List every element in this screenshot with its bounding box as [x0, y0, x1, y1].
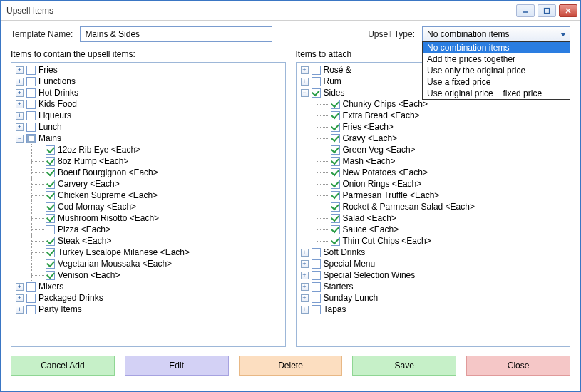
checkbox[interactable] [312, 248, 321, 257]
checkbox[interactable] [331, 202, 340, 212]
tree-child-node[interactable]: Mash <Each> [297, 155, 570, 167]
tree-node[interactable]: +Functions [11, 76, 285, 87]
checkbox[interactable] [46, 271, 55, 280]
expand-icon[interactable]: + [16, 283, 24, 291]
checkbox[interactable] [312, 305, 321, 314]
tree-node[interactable]: +Special Selection Wines [297, 269, 570, 281]
checkbox[interactable] [312, 271, 321, 280]
checkbox[interactable] [331, 191, 340, 200]
tree-child-node[interactable]: Chicken Supreme <Each> [11, 190, 285, 201]
tree-node[interactable]: +Liqueurs [11, 110, 285, 121]
checkbox[interactable] [331, 100, 340, 109]
upsell-type-option[interactable]: Use a fixed price [423, 76, 570, 88]
tree-child-node[interactable]: 8oz Rump <Each> [11, 155, 285, 167]
tree-child-node[interactable]: Extra Bread <Each> [297, 110, 570, 121]
checkbox[interactable] [331, 123, 340, 132]
expand-icon[interactable]: + [16, 78, 24, 86]
checkbox[interactable] [46, 248, 55, 257]
delete-button[interactable]: Delete [239, 356, 343, 376]
checkbox[interactable] [46, 191, 55, 200]
upsell-type-select[interactable]: No combination items [422, 26, 570, 42]
upsell-type-option[interactable]: No combination items [423, 42, 570, 53]
checkbox[interactable] [26, 88, 36, 98]
checkbox[interactable] [331, 237, 340, 246]
tree-child-node[interactable]: Turkey Escalope Milanese <Each> [11, 247, 285, 258]
tree-child-node[interactable]: Parmesan Truffle <Each> [297, 190, 570, 201]
tree-node[interactable]: +Party Items [11, 304, 285, 315]
tree-child-node[interactable]: Green Veg <Each> [297, 144, 570, 155]
checkbox[interactable] [331, 168, 340, 177]
tree-node[interactable]: +Starters [297, 281, 570, 292]
tree-node[interactable]: +Mixers [11, 281, 285, 292]
checkbox[interactable] [331, 157, 340, 166]
checkbox[interactable] [46, 214, 55, 223]
right-tree[interactable]: +Rosé &+Rum−SidesChunky Chips <Each>Extr… [296, 62, 571, 347]
expand-icon[interactable]: + [16, 306, 24, 314]
checkbox[interactable] [26, 111, 36, 120]
tree-child-node[interactable]: Salad <Each> [297, 212, 570, 224]
expand-icon[interactable]: + [301, 260, 309, 268]
close-button[interactable]: Close [466, 356, 570, 376]
checkbox[interactable] [312, 259, 321, 269]
tree-child-node[interactable]: Mushroom Risotto <Each> [11, 212, 285, 224]
collapse-icon[interactable]: − [301, 89, 309, 97]
save-button[interactable]: Save [352, 356, 456, 376]
tree-node[interactable]: +Sunday Lunch [297, 292, 570, 304]
tree-child-node[interactable]: Venison <Each> [11, 269, 285, 281]
checkbox[interactable] [26, 123, 36, 132]
tree-child-node[interactable]: Onion Rings <Each> [297, 178, 570, 190]
upsell-type-option[interactable]: Use only the original price [423, 65, 570, 76]
tree-node[interactable]: +Soft Drinks [297, 247, 570, 258]
checkbox[interactable] [26, 282, 36, 292]
tree-child-node[interactable]: Chunky Chips <Each> [297, 98, 570, 110]
checkbox[interactable] [312, 77, 321, 86]
checkbox[interactable] [46, 225, 55, 234]
left-tree[interactable]: +Fries+Functions+Hot Drinks+Kids Food+Li… [11, 62, 286, 347]
checkbox[interactable] [46, 259, 55, 269]
tree-child-node[interactable]: Gravy <Each> [297, 133, 570, 144]
checkbox[interactable] [46, 202, 55, 212]
checkbox[interactable] [312, 66, 321, 75]
expand-icon[interactable]: + [301, 283, 309, 291]
expand-icon[interactable]: + [16, 66, 24, 74]
tree-child-node[interactable]: Vegetarian Moussaka <Each> [11, 258, 285, 269]
tree-node[interactable]: +Special Menu [297, 258, 570, 269]
checkbox[interactable] [331, 225, 340, 234]
tree-child-node[interactable]: Boeuf Bourgignon <Each> [11, 167, 285, 178]
checkbox[interactable] [26, 77, 36, 86]
edit-button[interactable]: Edit [125, 356, 229, 376]
checkbox[interactable] [331, 180, 340, 189]
collapse-icon[interactable]: − [16, 135, 24, 143]
checkbox[interactable] [331, 134, 340, 143]
cancel-add-button[interactable]: Cancel Add [11, 356, 115, 376]
expand-icon[interactable]: + [301, 272, 309, 279]
tree-child-node[interactable]: Cod Mornay <Each> [11, 201, 285, 212]
expand-icon[interactable]: + [16, 89, 24, 97]
expand-icon[interactable]: + [301, 306, 309, 314]
tree-child-node[interactable]: Thin Cut Chips <Each> [297, 235, 570, 247]
tree-node[interactable]: +Kids Food [11, 98, 285, 110]
tree-node[interactable]: +Hot Drinks [11, 87, 285, 98]
checkbox[interactable] [312, 282, 321, 292]
tree-child-node[interactable]: Steak <Each> [11, 235, 285, 247]
checkbox[interactable] [26, 294, 36, 303]
checkbox[interactable] [331, 145, 340, 155]
expand-icon[interactable]: + [301, 294, 309, 302]
expand-icon[interactable]: + [16, 112, 24, 120]
checkbox[interactable] [26, 305, 36, 314]
checkbox[interactable] [331, 214, 340, 223]
tree-child-node[interactable]: Carvery <Each> [11, 178, 285, 190]
minimize-button[interactable] [516, 4, 535, 17]
expand-icon[interactable]: + [16, 123, 24, 131]
checkbox[interactable] [46, 145, 55, 155]
checkbox[interactable] [26, 100, 36, 109]
tree-child-node[interactable]: Pizza <Each> [11, 224, 285, 235]
expand-icon[interactable]: + [16, 294, 24, 302]
upsell-type-option[interactable]: Add the prices together [423, 53, 570, 65]
checkbox[interactable] [312, 294, 321, 303]
close-window-button[interactable] [559, 4, 577, 17]
tree-node[interactable]: −Mains [11, 133, 285, 144]
template-name-input[interactable] [80, 26, 272, 42]
checkbox[interactable] [46, 168, 55, 177]
checkbox[interactable] [312, 88, 321, 98]
